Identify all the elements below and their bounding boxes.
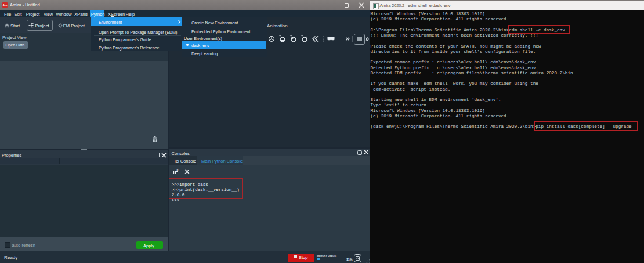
svg-text:x: x xyxy=(177,168,179,171)
